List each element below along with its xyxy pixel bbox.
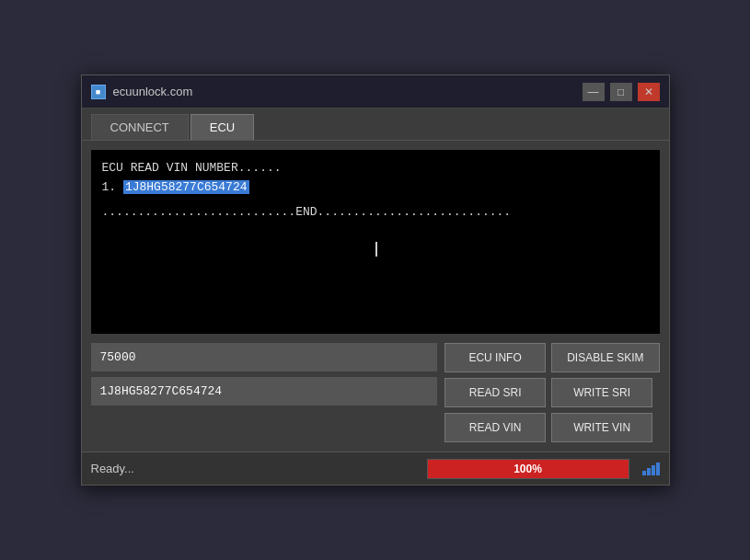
disable-skim-button[interactable]: DISABLE SKIM bbox=[551, 343, 659, 372]
terminal-line2-prefix: 1. bbox=[102, 180, 123, 194]
close-button[interactable]: ✕ bbox=[638, 83, 660, 101]
maximize-button[interactable]: □ bbox=[610, 83, 632, 101]
btn-row-2: READ SRI WRITE SRI bbox=[444, 378, 659, 407]
read-vin-button[interactable]: READ VIN bbox=[444, 413, 546, 442]
vin-highlighted: 1J8HG58277C654724 bbox=[123, 180, 249, 194]
terminal-line-3: ...........................END..........… bbox=[102, 203, 649, 223]
tab-connect[interactable]: CONNECT bbox=[91, 114, 189, 140]
app-icon: ■ bbox=[91, 85, 106, 99]
terminal-line-1: ECU READ VIN NUMBER...... bbox=[102, 159, 649, 178]
terminal-line-2: 1. 1J8HG58277C654724 bbox=[102, 178, 649, 198]
btn-row-1: ECU INFO DISABLE SKIM bbox=[444, 343, 659, 372]
progress-bar: 100% bbox=[427, 459, 629, 479]
action-buttons: ECU INFO DISABLE SKIM READ SRI WRITE SRI… bbox=[444, 343, 659, 442]
terminal-output: ECU READ VIN NUMBER...... 1. 1J8HG58277C… bbox=[91, 150, 660, 334]
tab-ecu[interactable]: ECU bbox=[190, 114, 254, 140]
main-content: ECU READ VIN NUMBER...... 1. 1J8HG58277C… bbox=[82, 141, 669, 451]
statusbar: Ready... 100% bbox=[82, 451, 669, 485]
write-vin-button[interactable]: WRITE VIN bbox=[551, 413, 652, 442]
btn-row-3: READ VIN WRITE VIN bbox=[444, 413, 659, 442]
vin-field[interactable] bbox=[91, 377, 438, 406]
ecu-info-button[interactable]: ECU INFO bbox=[444, 343, 546, 372]
input-fields bbox=[91, 343, 438, 442]
desktop: ■ ecuunlock.com — □ ✕ CONNECT ECU ECU RE… bbox=[0, 0, 750, 560]
text-cursor bbox=[375, 242, 377, 257]
status-text: Ready... bbox=[91, 462, 418, 475]
window-controls: — □ ✕ bbox=[583, 83, 660, 101]
main-window: ■ ecuunlock.com — □ ✕ CONNECT ECU ECU RE… bbox=[81, 74, 670, 486]
titlebar: ■ ecuunlock.com — □ ✕ bbox=[82, 75, 669, 109]
tab-bar: CONNECT ECU bbox=[82, 109, 669, 141]
window-title: ecuunlock.com bbox=[113, 85, 575, 98]
signal-icon bbox=[642, 463, 660, 475]
progress-label: 100% bbox=[428, 463, 629, 475]
read-sri-button[interactable]: READ SRI bbox=[444, 378, 546, 407]
controls-section: ECU INFO DISABLE SKIM READ SRI WRITE SRI… bbox=[91, 334, 660, 442]
mileage-field[interactable] bbox=[91, 343, 438, 371]
write-sri-button[interactable]: WRITE SRI bbox=[551, 378, 652, 407]
minimize-button[interactable]: — bbox=[583, 83, 605, 101]
